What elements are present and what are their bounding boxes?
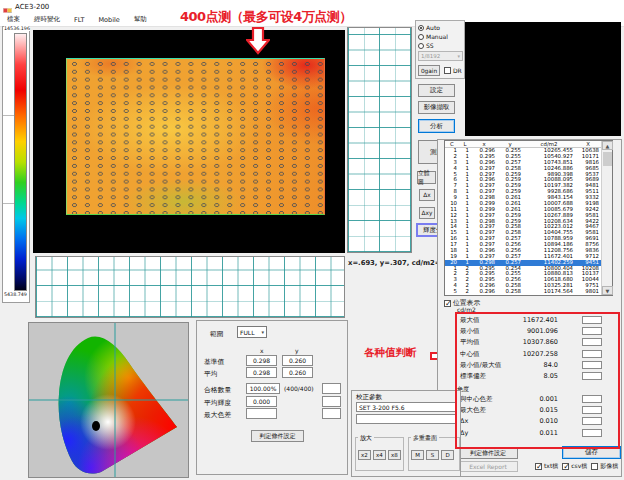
table-header-cell: X bbox=[575, 141, 601, 147]
x4-button[interactable]: x4 bbox=[373, 450, 386, 460]
radio-label: SS bbox=[426, 42, 434, 49]
reference-x-field[interactable]: 0.298 bbox=[246, 355, 277, 366]
capture-controls-panel: AutoManualSS 1/8192 ▾ 0gain DR bbox=[415, 20, 465, 79]
color-scale-panel: 14536.196 5438.749 bbox=[2, 26, 30, 303]
stat-row: Δx0.010 bbox=[458, 416, 621, 427]
dr-checkbox[interactable]: DR bbox=[444, 67, 462, 74]
stat-judge-box bbox=[582, 350, 602, 358]
m-button[interactable]: M bbox=[411, 450, 424, 460]
stat-judge-box bbox=[582, 406, 602, 414]
color-scale-tick bbox=[3, 203, 14, 204]
color-scale-max: 14536.196 bbox=[4, 26, 30, 31]
shutter-select[interactable]: 1/8192 ▾ bbox=[418, 51, 463, 61]
checkbox-icon bbox=[535, 463, 542, 470]
calibration-preset2-field[interactable] bbox=[356, 414, 456, 424]
calibration-title: 校正參數 bbox=[356, 393, 382, 402]
horizontal-profile-grid bbox=[35, 256, 345, 318]
table-header-cell: C bbox=[445, 141, 459, 147]
checkbox-icon bbox=[444, 300, 451, 307]
avg-luminance-label: 平均輝度 bbox=[204, 398, 231, 408]
solid-view-button[interactable]: 立體圖 bbox=[417, 171, 436, 184]
range-value: FULL bbox=[240, 329, 255, 336]
cie-diagram-panel bbox=[28, 322, 189, 478]
stat-judge-box bbox=[582, 361, 602, 369]
avg-luminance-field: 0.000 bbox=[246, 396, 277, 407]
menu-item[interactable]: FLT bbox=[67, 16, 91, 24]
multi-buttons: MSD bbox=[411, 450, 454, 460]
range-judge-condition-button[interactable]: 判定條件設定 bbox=[251, 430, 304, 442]
image-capture-button[interactable]: 影像擷取 bbox=[418, 101, 455, 114]
stat-row: 最小值9001.096 bbox=[458, 326, 621, 337]
color-scale-gradient bbox=[14, 33, 27, 291]
table-header-cell: L bbox=[459, 141, 471, 147]
d-button[interactable]: D bbox=[441, 450, 454, 460]
stat-label: 平均值 bbox=[460, 338, 480, 347]
app-window: ACE3-200 檔案經時變化FLTMobile幫助 14536.196 543… bbox=[0, 0, 624, 480]
table-header-cell: cd/m2 bbox=[523, 141, 575, 147]
menu-item[interactable]: 經時變化 bbox=[27, 15, 67, 24]
stat-value: 11672.401 bbox=[513, 316, 558, 324]
analyze-button[interactable]: 分析 bbox=[418, 119, 455, 133]
menu-item[interactable]: 檔案 bbox=[0, 15, 27, 24]
save-button[interactable]: 儲存 bbox=[562, 446, 621, 459]
scrollbar-thumb[interactable] bbox=[603, 152, 612, 166]
settings-button[interactable]: 設定 bbox=[418, 84, 455, 97]
window-title: ACE3-200 bbox=[15, 3, 49, 11]
stat-label: Δx bbox=[460, 417, 468, 425]
max-colordiff-field bbox=[246, 408, 277, 419]
menu-item[interactable]: 幫助 bbox=[127, 15, 154, 24]
stat-label: 最大色差 bbox=[460, 406, 486, 415]
table-scrollbar[interactable]: ▲ ▼ bbox=[601, 141, 612, 295]
check-txt檔[interactable]: txt檔 bbox=[535, 462, 558, 471]
radio-manual[interactable]: Manual bbox=[416, 32, 464, 41]
stat-row: 最小值/最大值84.0 bbox=[458, 360, 621, 371]
table-body[interactable]: 110.2960.25510265.45510638210.2950.25510… bbox=[445, 148, 601, 295]
vertical-profile-grid bbox=[347, 27, 412, 253]
luminance-section-label: cd/m2 bbox=[457, 306, 476, 313]
scroll-down-icon[interactable]: ▼ bbox=[602, 286, 613, 295]
stat-value: 10307.860 bbox=[513, 338, 558, 346]
chevron-down-icon: ▾ bbox=[457, 53, 460, 59]
stat-row: 中心值10207.258 bbox=[458, 349, 621, 360]
stat-judge-box bbox=[582, 316, 602, 324]
menu-item[interactable]: Mobile bbox=[91, 16, 126, 24]
s-button[interactable]: S bbox=[426, 450, 439, 460]
dr-label: DR bbox=[453, 67, 462, 74]
lum-rows: 最大值11672.401最小值9001.096平均值10307.860中心值10… bbox=[458, 315, 621, 382]
radio-ss[interactable]: SS bbox=[416, 41, 464, 50]
delta-xy-button[interactable]: Δxy bbox=[419, 207, 435, 219]
luminance-heatmap[interactable] bbox=[33, 30, 345, 253]
calibration-preset-field[interactable]: SET 3-200 F5.6 bbox=[356, 402, 456, 412]
x2-button[interactable]: x2 bbox=[358, 450, 371, 460]
color-scale-min: 5438.749 bbox=[4, 292, 27, 297]
annotation-points-note: 400点测（最多可设4万点测） bbox=[180, 8, 420, 26]
table-header-cell: x bbox=[471, 141, 497, 147]
gain-button[interactable]: 0gain bbox=[418, 65, 440, 76]
stat-judge-box bbox=[582, 417, 602, 425]
range-label: 範圍 bbox=[210, 329, 224, 339]
range-select[interactable]: FULL ▾ bbox=[237, 326, 267, 338]
check-影像檔[interactable]: 影像檔 bbox=[591, 462, 618, 471]
pass-percent-field: 100.00% bbox=[246, 383, 280, 394]
average-y-field: 0.260 bbox=[282, 367, 313, 378]
down-arrow-icon bbox=[246, 27, 270, 55]
checkbox-icon bbox=[591, 463, 598, 470]
table-row[interactable]: 520.2960.25810174.5649801 bbox=[445, 289, 601, 295]
radio-icon bbox=[418, 34, 424, 40]
stat-judge-box bbox=[582, 372, 602, 380]
delta-x-button[interactable]: Δx bbox=[419, 189, 435, 201]
stat-label: 與中心色差 bbox=[460, 395, 493, 404]
judge-condition-button[interactable]: 判定條件設定 bbox=[458, 447, 518, 459]
x8-button[interactable]: x8 bbox=[388, 450, 401, 460]
table-header-cell: y bbox=[497, 141, 523, 147]
scroll-up-icon[interactable]: ▲ bbox=[602, 141, 613, 150]
stat-row: 最大色差0.015 bbox=[458, 405, 621, 416]
radio-auto[interactable]: Auto bbox=[416, 23, 464, 32]
max-colordiff-judge-box bbox=[322, 408, 341, 419]
app-icon bbox=[3, 2, 12, 11]
color-scale-tick bbox=[3, 115, 14, 116]
average-x-field: 0.298 bbox=[246, 367, 277, 378]
check-csv檔[interactable]: csv檔 bbox=[562, 462, 587, 471]
stat-judge-box bbox=[582, 338, 602, 346]
reference-y-field[interactable]: 0.260 bbox=[282, 355, 313, 366]
